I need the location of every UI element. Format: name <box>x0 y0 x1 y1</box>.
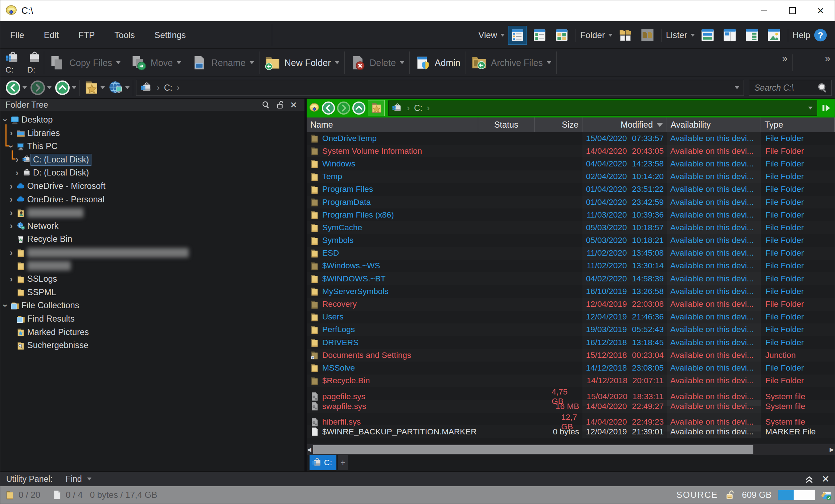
view-menu[interactable]: View <box>478 30 497 40</box>
scrollbar-thumb[interactable] <box>313 445 753 454</box>
tree-item-recycle-bin[interactable]: Recycle Bin <box>0 232 302 246</box>
file-row--winre-backup-partition-marker[interactable]: $WINRE_BACKUP_PARTITION.MARKER0 bytes12/… <box>307 425 835 438</box>
collapse-chevron-icon[interactable]: › <box>0 119 11 121</box>
forward-button[interactable] <box>30 80 45 95</box>
details-view-button[interactable] <box>508 26 527 45</box>
toolbar-overflow-chevron[interactable]: » <box>782 53 787 64</box>
file-row-swapfile-sys[interactable]: swapfile.sys16 MB14/04/202022:49:27Avail… <box>307 400 835 413</box>
archive-files-button[interactable]: Archive Files <box>466 49 556 77</box>
column-header-status[interactable]: Status <box>478 117 535 132</box>
network-locations-caret-icon[interactable] <box>125 86 130 89</box>
back-button[interactable] <box>5 80 21 95</box>
tree-item-onedrive-personal[interactable]: ›OneDrive - Personal <box>0 193 302 206</box>
tree-item-redacted[interactable]: › <box>0 206 302 219</box>
sync-folders-button[interactable] <box>616 26 635 45</box>
new-tab-button[interactable]: + <box>338 455 348 470</box>
folder-caret-icon[interactable] <box>608 34 613 37</box>
tree-item-redacted[interactable] <box>0 259 302 273</box>
lister-menu[interactable]: Lister <box>666 30 687 40</box>
file-row-program-files[interactable]: Program Files01/04/202023:51:22Available… <box>307 183 835 196</box>
up-history-caret-icon[interactable] <box>72 86 76 89</box>
file-row-hiberfil-sys[interactable]: hiberfil.sys12,7 GB14/04/202022:49:23Ava… <box>307 413 835 425</box>
menu-edit[interactable]: Edit <box>34 30 69 40</box>
tree-item-desktop[interactable]: ›Desktop <box>0 113 302 127</box>
file-row-symcache[interactable]: SymCache05/03/202010:18:57Available on t… <box>307 221 835 234</box>
rename-button[interactable]: Rename <box>186 49 259 77</box>
file-row--windows-ws[interactable]: $Windows.~WS11/02/202013:30:14Available … <box>307 260 835 272</box>
help-icon[interactable]: ? <box>814 28 827 42</box>
file-row-symbols[interactable]: Symbols05/03/202010:18:21Available on th… <box>307 234 835 247</box>
utility-expand-icon[interactable] <box>804 474 814 484</box>
utility-close-icon[interactable]: ✕ <box>822 474 830 485</box>
move-button[interactable]: Move <box>126 49 186 77</box>
tab-c-drive[interactable]: C: <box>310 455 336 470</box>
view-caret-icon[interactable] <box>500 34 505 37</box>
column-header-type[interactable]: Type <box>761 117 835 132</box>
tree-item-onedrive-microsoft[interactable]: ›OneDrive - Microsoft <box>0 179 302 193</box>
file-row-temp[interactable]: Temp02/04/202010:14:20Available on this … <box>307 170 835 183</box>
source-lock-icon[interactable] <box>725 489 736 500</box>
tree-item-suchergebnisse[interactable]: Suchergebnisse <box>0 339 302 352</box>
tree-item-sspml[interactable]: SSPML <box>0 286 302 299</box>
search-box[interactable] <box>749 80 832 96</box>
file-row-esd[interactable]: ESD11/02/202013:45:08Available on this d… <box>307 247 835 260</box>
file-row-onedrivetemp[interactable]: OneDriveTemp15/04/202007:33:57Available … <box>307 132 835 145</box>
file-row-pagefile-sys[interactable]: pagefile.sys4,75 GB15/04/202018:33:11Ava… <box>307 387 835 400</box>
expand-chevron-icon[interactable]: › <box>16 168 19 178</box>
file-row-drivers[interactable]: DRIVERS16/12/201813:18:45Available on th… <box>307 336 835 349</box>
toolbar-overflow-chevron-2[interactable]: » <box>825 53 830 64</box>
dropdown-caret-icon[interactable] <box>335 61 339 64</box>
breadcrumb-chevron[interactable]: › <box>177 83 180 93</box>
expand-chevron-icon[interactable]: › <box>10 248 13 258</box>
pane-breadcrumb-field[interactable]: › C: › <box>388 100 817 116</box>
dropdown-caret-icon[interactable] <box>116 61 120 64</box>
scroll-left-icon[interactable]: ◀ <box>307 446 312 453</box>
utility-mode-caret-icon[interactable] <box>87 478 91 480</box>
tree-item-redacted[interactable]: › <box>0 246 302 259</box>
drive-button-c[interactable]: C: <box>5 51 19 75</box>
path-breadcrumb-field[interactable]: › C: › <box>136 80 744 96</box>
file-row-mssolve[interactable]: MSSolve14/12/201823:08:05Available on th… <box>307 362 835 374</box>
image-viewer-button[interactable] <box>765 26 783 45</box>
folder-menu[interactable]: Folder <box>580 30 605 40</box>
new-folder-button[interactable]: New Folder <box>259 49 344 77</box>
horizontal-scrollbar[interactable]: ◀ ▶ <box>307 444 835 455</box>
tree-unlock-icon[interactable] <box>275 100 286 110</box>
favorites-caret-icon[interactable] <box>101 86 105 89</box>
favorites-button[interactable] <box>84 80 99 95</box>
expand-chevron-icon[interactable]: › <box>10 128 13 138</box>
thumbnail-view-button[interactable] <box>552 26 571 45</box>
drive-button-d[interactable]: D: <box>27 51 41 75</box>
minimize-button[interactable] <box>750 0 778 21</box>
dropdown-caret-icon[interactable] <box>547 61 551 64</box>
collapse-chevron-icon[interactable]: › <box>0 304 11 307</box>
back-history-caret-icon[interactable] <box>22 86 27 89</box>
expand-chevron-icon[interactable]: › <box>16 154 19 165</box>
tree-item-file-collections[interactable]: ›File Collections <box>0 299 302 312</box>
dual-pane-toggle-icon[interactable] <box>821 103 832 113</box>
maximize-button[interactable] <box>778 0 806 21</box>
file-row-documents-and-settings[interactable]: Documents and Settings15/12/201800:23:04… <box>307 349 835 362</box>
tree-item-find-results[interactable]: Find Results <box>0 312 302 326</box>
compare-folders-button[interactable] <box>638 26 657 45</box>
file-row-windows[interactable]: Windows04/04/202014:23:58Available on th… <box>307 157 835 170</box>
dropdown-caret-icon[interactable] <box>177 61 181 64</box>
file-row-program-files-x86-[interactable]: Program Files (x86)11/03/202010:39:36Ava… <box>307 208 835 221</box>
close-button[interactable]: ✕ <box>806 0 835 21</box>
path-dropdown-caret-icon[interactable] <box>735 86 739 89</box>
tree-item-c-local-disk-[interactable]: ›C: (Local Disk) <box>0 153 302 166</box>
file-row--windows-bt[interactable]: $WINDOWS.~BT04/02/202014:58:39Available … <box>307 272 835 285</box>
format-lock-icon[interactable] <box>820 489 832 501</box>
column-header-modified[interactable]: Modified <box>582 117 667 132</box>
admin-button[interactable]: Admin <box>410 49 466 77</box>
collapse-chevron-icon[interactable]: › <box>6 145 16 148</box>
pane-favorites-button[interactable] <box>368 100 385 116</box>
column-header-size[interactable]: Size <box>535 117 582 132</box>
tree-item-marked-pictures[interactable]: Marked Pictures <box>0 326 302 339</box>
menu-file[interactable]: File <box>0 30 34 40</box>
file-row-recovery[interactable]: Recovery12/04/201922:03:08Available on t… <box>307 298 835 310</box>
file-row--recycle-bin[interactable]: $Recycle.Bin14/12/201820:07:11Available … <box>307 375 835 387</box>
tree-item-this-pc[interactable]: ›This PC <box>0 140 302 153</box>
tree-item-d-local-disk-[interactable]: ›D: (Local Disk) <box>0 166 302 179</box>
help-menu[interactable]: Help <box>793 30 810 40</box>
